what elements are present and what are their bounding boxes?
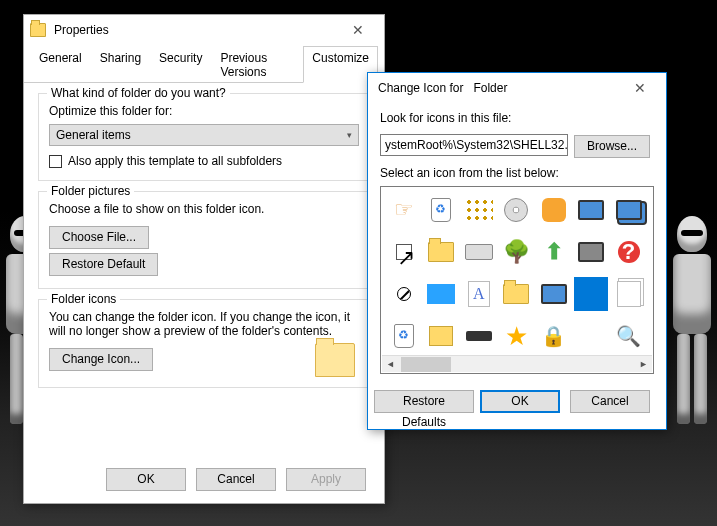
group-folder-kind: What kind of folder do you want? Optimiz… <box>38 93 370 181</box>
magnifier-icon[interactable]: 🔍 <box>612 319 646 353</box>
disc-icon[interactable] <box>499 193 533 227</box>
chevron-down-icon: ▾ <box>347 130 352 140</box>
group-legend: Folder icons <box>47 292 120 306</box>
apply-subfolders-row[interactable]: Also apply this template to all subfolde… <box>49 154 359 168</box>
group-legend: Folder pictures <box>47 184 134 198</box>
title-prefix: Change Icon for <box>378 81 463 95</box>
tab-security[interactable]: Security <box>150 46 211 83</box>
drive-help-icon[interactable]: ? <box>612 235 646 269</box>
cancel-button[interactable]: Cancel <box>570 390 650 413</box>
folder-icon <box>30 23 46 37</box>
group-folder-pictures: Folder pictures Choose a file to show on… <box>38 191 370 289</box>
icon-list: ☞↗🌳⬆?A★🔒🔍 ◄ ► <box>380 186 654 374</box>
title-target: Folder <box>473 81 507 95</box>
optimize-select[interactable]: General items ▾ <box>49 124 359 146</box>
optimize-label: Optimize this folder for: <box>49 104 359 118</box>
scroll-left-icon[interactable]: ◄ <box>382 356 399 373</box>
scroll-right-icon[interactable]: ► <box>635 356 652 373</box>
restore-default-button[interactable]: Restore Default <box>49 253 158 276</box>
pictures-desc: Choose a file to show on this folder ico… <box>49 202 359 216</box>
blue-rect-icon[interactable] <box>424 277 458 311</box>
tab-general[interactable]: General <box>30 46 91 83</box>
monitor-play-icon[interactable] <box>574 193 608 227</box>
pc-monitor-icon[interactable] <box>537 277 571 311</box>
lock-icon[interactable]: 🔒 <box>537 319 571 353</box>
docs-stack-icon[interactable] <box>612 277 646 311</box>
apply-button: Apply <box>286 468 366 491</box>
titlebar[interactable]: Change Icon for Folder ✕ <box>368 73 666 103</box>
blue-selected-icon[interactable] <box>574 277 608 311</box>
chip-folder-icon[interactable] <box>424 319 458 353</box>
tab-sharing[interactable]: Sharing <box>91 46 150 83</box>
shortcut-arrow-icon[interactable]: ↗ <box>387 235 421 269</box>
star-icon[interactable]: ★ <box>499 319 533 353</box>
grid-dots-icon[interactable] <box>462 193 496 227</box>
ok-button[interactable]: OK <box>480 390 560 413</box>
group-legend: What kind of folder do you want? <box>47 86 230 100</box>
folder-chip-icon[interactable] <box>424 235 458 269</box>
group-folder-icons: Folder icons You can change the folder i… <box>38 299 370 388</box>
apply-subfolders-label: Also apply this template to all subfolde… <box>68 154 282 168</box>
monitor-pair-icon[interactable] <box>612 193 646 227</box>
close-button[interactable]: ✕ <box>620 76 660 100</box>
choose-file-button[interactable]: Choose File... <box>49 226 149 249</box>
font-letter-icon[interactable]: A <box>462 277 496 311</box>
tab-page-customize: What kind of folder do you want? Optimiz… <box>24 83 384 388</box>
blank-icon[interactable] <box>574 319 608 353</box>
scroll-thumb[interactable] <box>401 357 451 372</box>
window-title: Properties <box>54 23 338 37</box>
optimize-select-value: General items <box>56 128 131 142</box>
change-icon-window: Change Icon for Folder ✕ Look for icons … <box>367 72 667 430</box>
titlebar[interactable]: Properties ✕ <box>24 15 384 45</box>
dialog-buttons: OK Cancel Apply <box>106 464 370 491</box>
icon-list-scrollbar[interactable]: ◄ ► <box>382 355 652 372</box>
ok-button[interactable]: OK <box>106 468 186 491</box>
recycle-bin-icon[interactable] <box>424 193 458 227</box>
icons-desc: You can change the folder icon. If you c… <box>49 310 359 338</box>
tabstrip: General Sharing Security Previous Versio… <box>24 45 384 83</box>
select-icon-label: Select an icon from the list below: <box>380 166 654 180</box>
key-icon[interactable] <box>537 193 571 227</box>
browse-button[interactable]: Browse... <box>574 135 650 158</box>
tree-icon[interactable]: 🌳 <box>499 235 533 269</box>
look-label: Look for icons in this file: <box>380 111 654 125</box>
change-icon-button[interactable]: Change Icon... <box>49 348 153 371</box>
tab-previous-versions[interactable]: Previous Versions <box>211 46 303 83</box>
up-arrow-icon[interactable]: ⬆ <box>537 235 571 269</box>
folder-search-icon[interactable] <box>499 277 533 311</box>
close-button[interactable]: ✕ <box>338 18 378 42</box>
router-icon[interactable] <box>462 319 496 353</box>
no-entry-icon[interactable] <box>387 277 421 311</box>
cancel-button[interactable]: Cancel <box>196 468 276 491</box>
folder-icon-preview <box>315 343 355 377</box>
window-title: Change Icon for Folder <box>378 81 620 95</box>
apply-subfolders-checkbox[interactable] <box>49 155 62 168</box>
restore-defaults-button[interactable]: Restore Defaults <box>374 390 474 413</box>
properties-window: Properties ✕ General Sharing Security Pr… <box>23 14 385 504</box>
icon-path-input[interactable]: ystemRoot%\System32\SHELL32.dll <box>380 134 568 156</box>
recycle-bin-2-icon[interactable] <box>387 319 421 353</box>
drive-disc-icon[interactable] <box>462 235 496 269</box>
hand-icon[interactable]: ☞ <box>387 193 421 227</box>
pc-network-icon[interactable] <box>574 235 608 269</box>
